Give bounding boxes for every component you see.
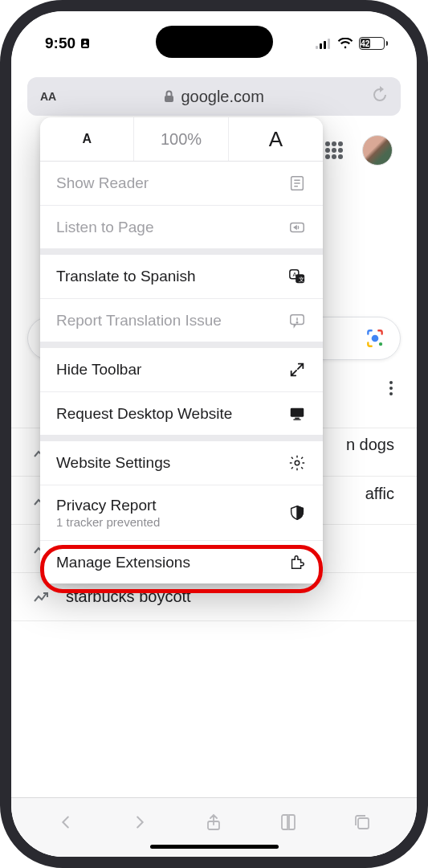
- svg-point-1: [84, 40, 86, 43]
- svg-rect-4: [324, 41, 326, 49]
- svg-rect-22: [295, 417, 300, 419]
- website-settings-item[interactable]: Website Settings: [40, 441, 323, 485]
- aa-menu-button[interactable]: AA: [40, 90, 56, 103]
- svg-text:A: A: [293, 271, 297, 278]
- svg-rect-21: [291, 407, 304, 416]
- reader-icon: [287, 174, 307, 193]
- share-button[interactable]: [203, 812, 224, 833]
- home-indicator: [150, 845, 279, 849]
- google-apps-icon[interactable]: [325, 141, 343, 159]
- dynamic-island: [156, 26, 273, 58]
- translate-item[interactable]: Translate to Spanish A文: [40, 255, 323, 298]
- battery-icon: 42: [359, 37, 385, 50]
- address-bar[interactable]: AA google.com: [27, 77, 401, 116]
- puzzle-icon: [287, 553, 307, 572]
- svg-rect-2: [316, 46, 318, 49]
- avatar[interactable]: [362, 135, 393, 166]
- zoom-out-button[interactable]: A: [40, 117, 134, 161]
- report-translation-item[interactable]: Report Translation Issue: [40, 298, 323, 342]
- trending-icon: [34, 592, 50, 603]
- privacy-report-item[interactable]: Privacy Report 1 tracker prevented: [40, 485, 323, 540]
- svg-rect-26: [358, 818, 369, 829]
- google-lens-icon[interactable]: [365, 328, 385, 349]
- svg-point-8: [372, 335, 379, 342]
- cellular-icon: [316, 39, 332, 49]
- svg-rect-5: [328, 39, 330, 49]
- listen-icon: [287, 218, 307, 237]
- zoom-level: 100%: [134, 117, 228, 161]
- reload-icon[interactable]: [372, 86, 388, 104]
- tabs-button[interactable]: [352, 812, 373, 833]
- svg-rect-6: [165, 96, 173, 102]
- svg-rect-3: [320, 43, 322, 49]
- svg-point-20: [296, 321, 297, 322]
- aa-popover-menu: A 100% A Show Reader Listen to Page Tran…: [40, 117, 323, 583]
- desktop-icon: [287, 404, 307, 424]
- svg-rect-13: [291, 223, 304, 231]
- listen-to-page-item[interactable]: Listen to Page: [40, 205, 323, 248]
- show-reader-item[interactable]: Show Reader: [40, 162, 323, 205]
- status-time: 9:50: [45, 35, 75, 52]
- hide-toolbar-item[interactable]: Hide Toolbar: [40, 348, 323, 391]
- privacy-report-sublabel: 1 tracker prevented: [56, 515, 160, 529]
- svg-point-7: [379, 342, 382, 346]
- trending-label: starbucks boycott: [66, 588, 191, 606]
- gear-icon: [287, 453, 307, 473]
- expand-icon: [287, 360, 307, 379]
- wifi-icon: [337, 38, 353, 49]
- more-options-icon[interactable]: [389, 381, 393, 395]
- back-button[interactable]: [55, 812, 76, 833]
- zoom-in-button[interactable]: A: [229, 117, 323, 161]
- report-icon: [287, 311, 307, 330]
- manage-extensions-item[interactable]: Manage Extensions: [40, 540, 323, 583]
- svg-point-24: [295, 461, 300, 465]
- request-desktop-item[interactable]: Request Desktop Website: [40, 391, 323, 435]
- address-domain: google.com: [181, 88, 263, 106]
- profile-badge-icon: [80, 38, 90, 49]
- shield-icon: [287, 503, 307, 522]
- lock-icon: [164, 90, 174, 103]
- svg-text:文: 文: [299, 276, 304, 283]
- forward-button[interactable]: [129, 812, 150, 833]
- translate-icon: A文: [287, 267, 307, 286]
- svg-rect-0: [81, 39, 89, 48]
- bookmarks-button[interactable]: [278, 812, 299, 833]
- svg-rect-23: [293, 419, 300, 420]
